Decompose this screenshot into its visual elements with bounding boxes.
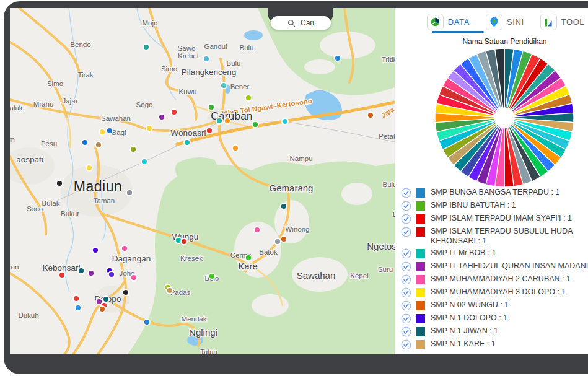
legend-item[interactable]: SMP IT Mr.BOB : 1 bbox=[401, 248, 588, 259]
map-marker[interactable] bbox=[108, 271, 115, 278]
map-label: Pilangkenceng bbox=[182, 68, 237, 77]
map-marker[interactable] bbox=[245, 95, 252, 101]
map-marker[interactable] bbox=[184, 139, 190, 146]
checkbox-checked-icon[interactable] bbox=[401, 274, 411, 285]
legend-color-swatch bbox=[416, 327, 425, 336]
map-label: Dukuh bbox=[18, 312, 38, 319]
map-marker[interactable] bbox=[144, 319, 150, 325]
map-marker[interactable] bbox=[209, 273, 215, 279]
map-marker[interactable] bbox=[252, 121, 258, 128]
legend-item[interactable]: SMP IT TAHFIDZUL QURAN INSAN MADANI : 1 bbox=[401, 261, 588, 272]
legend-color-swatch bbox=[416, 249, 425, 258]
map-marker[interactable] bbox=[245, 255, 252, 261]
map-marker[interactable] bbox=[75, 305, 81, 311]
map-marker[interactable] bbox=[88, 270, 94, 276]
map-marker[interactable] bbox=[107, 128, 113, 134]
tab-tool[interactable]: TOOL bbox=[540, 14, 585, 30]
checkbox-checked-icon[interactable] bbox=[401, 326, 411, 337]
legend-item[interactable]: SMP N 1 DOLOPO : 1 bbox=[401, 313, 588, 324]
map-label: Bulu bbox=[226, 59, 240, 67]
map-marker[interactable] bbox=[281, 236, 287, 242]
map-marker[interactable] bbox=[181, 238, 187, 245]
map-marker[interactable] bbox=[123, 289, 129, 295]
map-marker[interactable] bbox=[92, 247, 99, 253]
map-marker[interactable] bbox=[206, 128, 213, 134]
legend-item[interactable]: SMP ISLAM TERPADU IMAM SYAFI'I : 1 bbox=[401, 214, 588, 224]
checkbox-checked-icon[interactable] bbox=[401, 287, 411, 298]
map-label: Kresek bbox=[180, 255, 203, 262]
checkbox-checked-icon[interactable] bbox=[401, 261, 411, 272]
checkbox-checked-icon[interactable] bbox=[401, 214, 411, 224]
legend-item[interactable]: SMP N 1 KARE : 1 bbox=[401, 339, 588, 350]
checkbox-checked-icon[interactable] bbox=[401, 339, 411, 350]
pie-chart[interactable] bbox=[433, 46, 576, 189]
checkbox-checked-icon[interactable] bbox=[401, 313, 411, 324]
map-label: Sawo bbox=[178, 45, 196, 52]
map-marker[interactable] bbox=[141, 159, 147, 165]
map-marker[interactable] bbox=[99, 306, 105, 312]
legend-item[interactable]: SMP MUHAMMADIYAH 2 CARUBAN : 1 bbox=[401, 274, 588, 285]
map-label: Bulu bbox=[382, 181, 395, 188]
tab-sini[interactable]: SINI bbox=[486, 14, 524, 30]
legend-item[interactable]: SMP BUNGA BANGSA TERPADU : 1 bbox=[401, 188, 588, 198]
map-label: Nampu bbox=[289, 155, 312, 162]
map-marker[interactable] bbox=[367, 112, 374, 118]
map-marker[interactable] bbox=[281, 203, 287, 209]
map-marker[interactable] bbox=[73, 295, 79, 302]
map-marker[interactable] bbox=[221, 82, 227, 89]
map-marker[interactable] bbox=[208, 104, 214, 110]
map-marker[interactable] bbox=[159, 114, 165, 120]
map-marker[interactable] bbox=[216, 118, 222, 124]
map-marker[interactable] bbox=[146, 125, 152, 131]
search-box[interactable]: Cari bbox=[271, 16, 331, 30]
map-label: aospati bbox=[16, 155, 43, 164]
map-marker[interactable] bbox=[131, 274, 137, 281]
legend-item[interactable]: SMP MUHAMMADIYAH 3 DOLOPO : 1 bbox=[401, 287, 588, 298]
map-marker[interactable] bbox=[78, 268, 84, 274]
map-marker[interactable] bbox=[121, 245, 128, 251]
map-marker[interactable] bbox=[171, 109, 177, 115]
map-canvas[interactable]: Jalan Tol Ngawi–KertosonoJala MojoBendoS… bbox=[10, 8, 395, 354]
tab-data[interactable]: DATA bbox=[427, 14, 470, 30]
checkbox-checked-icon[interactable] bbox=[401, 300, 411, 311]
map-label: Bendo bbox=[70, 41, 90, 48]
map-marker[interactable] bbox=[130, 146, 136, 152]
map-label: Bulu bbox=[239, 44, 253, 51]
map-marker[interactable] bbox=[82, 139, 88, 146]
map-marker[interactable] bbox=[99, 129, 105, 135]
map-marker[interactable] bbox=[282, 118, 288, 125]
map-label: Dagangan bbox=[112, 254, 151, 263]
legend-item[interactable]: SMP N 02 WUNGU : 1 bbox=[401, 300, 588, 311]
map-label: Kare bbox=[238, 261, 258, 271]
legend-item[interactable]: SMP IBNU BATUTAH : 1 bbox=[401, 201, 588, 211]
checkbox-checked-icon[interactable] bbox=[401, 188, 411, 198]
map-label: Madiun bbox=[74, 178, 122, 195]
map-marker[interactable] bbox=[56, 180, 63, 186]
map-marker[interactable] bbox=[224, 118, 230, 124]
map-label: Wonoasri bbox=[171, 128, 206, 138]
map-marker[interactable] bbox=[95, 142, 102, 148]
tab-tool-label: TOOL bbox=[561, 17, 585, 27]
map-marker[interactable] bbox=[254, 227, 260, 233]
legend-item[interactable]: SMP N 1 JIWAN : 1 bbox=[401, 326, 588, 337]
tab-sini-label: SINI bbox=[507, 17, 524, 27]
legend-color-swatch bbox=[416, 262, 425, 271]
map-marker[interactable] bbox=[143, 44, 149, 50]
map-marker[interactable] bbox=[86, 165, 92, 171]
map-marker[interactable] bbox=[103, 296, 109, 302]
map-container[interactable]: Jalan Tol Ngawi–KertosonoJala MojoBendoS… bbox=[10, 8, 395, 354]
map-marker[interactable] bbox=[167, 287, 173, 294]
map-marker[interactable] bbox=[203, 56, 209, 62]
checkbox-checked-icon[interactable] bbox=[401, 201, 411, 211]
map-marker[interactable] bbox=[335, 55, 341, 61]
map-marker[interactable] bbox=[274, 238, 281, 245]
legend-color-swatch bbox=[416, 214, 425, 224]
map-marker[interactable] bbox=[126, 190, 133, 196]
map-marker[interactable] bbox=[59, 272, 65, 278]
map-marker[interactable] bbox=[232, 145, 239, 151]
checkbox-checked-icon[interactable] bbox=[401, 227, 411, 237]
checkbox-checked-icon[interactable] bbox=[401, 248, 411, 259]
legend-item[interactable]: SMP ISLAM TERPADU SUBULUL HUDA KEBONSARI… bbox=[401, 227, 588, 246]
legend-label: SMP ISLAM TERPADU SUBULUL HUDA KEBONSARI… bbox=[431, 227, 588, 246]
map-label: Kebonsari bbox=[43, 263, 81, 273]
